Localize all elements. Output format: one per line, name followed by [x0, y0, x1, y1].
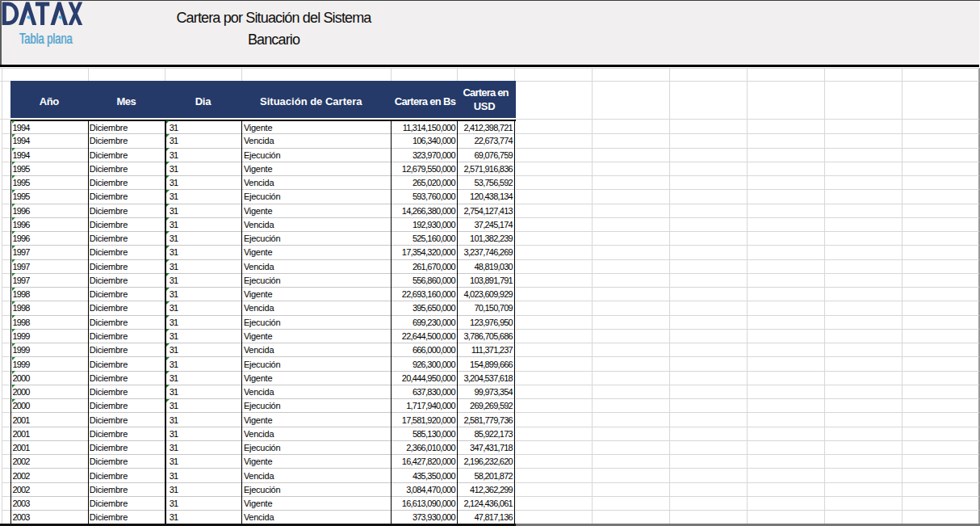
svg-text:Tabla plana: Tabla plana: [19, 31, 73, 47]
